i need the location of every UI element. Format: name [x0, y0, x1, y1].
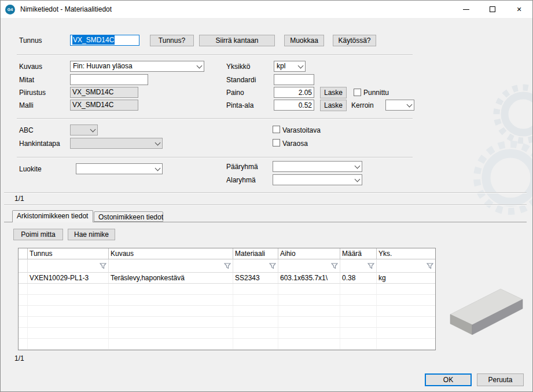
tunnus-query-button[interactable]: Tunnus? — [150, 35, 194, 46]
laske-paino-button[interactable]: Laske — [320, 87, 347, 98]
cell-aihio: 603.1x635.7x1\ — [278, 273, 340, 283]
alaryhma-value — [275, 175, 351, 184]
table-cell — [19, 259, 28, 272]
table-row-empty — [19, 306, 435, 317]
paino-label: Paino — [226, 89, 244, 97]
gears-watermark — [461, 80, 533, 217]
tab-arkistonimikkeen-tiedot[interactable]: Arkistonimikkeen tiedot — [12, 210, 93, 222]
filter-icon[interactable] — [224, 263, 231, 269]
separator — [4, 192, 527, 193]
table-row-empty — [19, 295, 435, 306]
close-button[interactable]: ✕ — [506, 1, 532, 18]
cell-materiaali: SS2343 — [233, 273, 278, 283]
siirra-kantaan-button[interactable]: Siirrä kantaan — [199, 35, 275, 46]
chevron-down-icon — [405, 100, 414, 110]
filter-icon[interactable] — [367, 263, 374, 269]
kerroin-select[interactable] — [385, 100, 414, 111]
alaryhma-label: Alaryhmä — [226, 176, 256, 185]
column-header-yks[interactable]: Yks. — [377, 248, 435, 259]
abc-select[interactable] — [70, 124, 98, 135]
chevron-down-icon — [88, 125, 97, 135]
minimize-icon — [463, 9, 469, 10]
items-table: Tunnus Kuvaus Materiaali Aihio Määrä Yks… — [18, 248, 436, 350]
tab-ostonimikkeen-tiedot[interactable]: Ostonimikkeen tiedot — [94, 211, 163, 222]
table-row-empty — [19, 284, 435, 295]
part-3d-preview — [442, 279, 528, 343]
pintaala-input[interactable] — [274, 100, 314, 111]
kerroin-label: Kerroin — [351, 101, 374, 110]
laske-pintaala-button[interactable]: Laske — [320, 100, 347, 111]
table-cell — [233, 259, 278, 272]
table-cell — [340, 259, 377, 272]
title-bar: G4 Nimiketiedot - Materiaalitiedot ✕ — [1, 1, 532, 18]
yksikko-label: Yksikkö — [226, 63, 250, 71]
paaryhma-label: Pääryhmä — [226, 163, 258, 171]
peruuta-button[interactable]: Peruuta — [477, 373, 524, 386]
column-header-maara[interactable]: Määrä — [340, 248, 377, 259]
punnittu-label: Punnittu — [363, 89, 389, 97]
mitat-input[interactable] — [70, 74, 148, 85]
separator — [17, 118, 413, 119]
luokite-label: Luokite — [19, 165, 42, 174]
paaryhma-select[interactable] — [273, 161, 362, 172]
punnittu-checkbox[interactable] — [354, 89, 361, 96]
varastoitava-label: Varastoitava — [282, 126, 321, 135]
alaryhma-select[interactable] — [273, 174, 362, 185]
window-title: Nimiketiedot - Materiaalitiedot — [20, 5, 112, 13]
chevron-down-icon — [153, 138, 162, 148]
table-row-empty — [19, 328, 435, 339]
table-cell — [19, 273, 28, 283]
varaosa-checkbox[interactable] — [273, 139, 280, 146]
separator — [17, 157, 413, 157]
column-header-kuvaus[interactable]: Kuvaus — [109, 248, 233, 259]
kaytossa-button[interactable]: Käytössä? — [333, 35, 376, 46]
varastoitava-checkbox[interactable] — [273, 126, 280, 133]
tunnus-value: VX_SMD14C — [72, 35, 115, 45]
yksikko-select[interactable]: kpl — [274, 61, 306, 72]
table-filter-row — [19, 259, 435, 273]
muokkaa-button[interactable]: Muokkaa — [284, 35, 324, 46]
tunnus-input[interactable]: VX_SMD14C — [70, 35, 139, 46]
tunnus-label: Tunnus — [19, 36, 42, 45]
kuvaus-label: Kuvaus — [19, 63, 42, 71]
filter-icon[interactable] — [427, 263, 433, 269]
hae-nimike-button[interactable]: Hae nimike — [68, 229, 115, 240]
piirustus-label: Piirustus — [19, 89, 46, 97]
close-icon: ✕ — [516, 6, 521, 13]
varaosa-label: Varaosa — [282, 140, 308, 148]
paaryhma-value — [275, 162, 351, 171]
table-row-empty — [19, 339, 435, 350]
ok-button[interactable]: OK — [425, 373, 472, 386]
kuvaus-value: Fin: Huuvan yläosa — [73, 62, 193, 71]
abc-label: ABC — [19, 126, 34, 135]
minimize-button[interactable] — [453, 1, 479, 18]
separator — [17, 54, 413, 55]
chevron-down-icon — [296, 61, 305, 71]
column-header-tunnus[interactable]: Tunnus — [28, 248, 109, 259]
filter-icon[interactable] — [100, 263, 106, 269]
malli-label: Malli — [19, 101, 34, 110]
hankintatapa-select[interactable] — [70, 138, 163, 149]
standardi-input[interactable] — [274, 74, 314, 85]
table-cell — [19, 248, 28, 259]
filter-icon[interactable] — [269, 263, 276, 269]
dialog-window: G4 Nimiketiedot - Materiaalitiedot ✕ Tun… — [0, 0, 533, 392]
chevron-down-icon — [194, 61, 204, 71]
table-cell — [377, 259, 435, 272]
mitat-label: Mitat — [19, 76, 34, 85]
luokite-value — [79, 164, 152, 173]
poimi-mitta-button[interactable]: Poimi mitta — [13, 229, 63, 240]
kuvaus-select[interactable]: Fin: Huuvan yläosa — [70, 61, 204, 72]
luokite-select[interactable] — [76, 163, 163, 174]
table-cell — [109, 259, 233, 272]
chevron-down-icon — [352, 162, 362, 171]
table-row[interactable]: VXEN10029-PL1-3 Teräslevy,haponkestävä S… — [19, 273, 435, 284]
malli-field: VX_SMD14C — [70, 100, 138, 111]
pintaala-label: Pinta-ala — [226, 101, 253, 110]
column-header-materiaali[interactable]: Materiaali — [233, 248, 278, 259]
column-header-aihio[interactable]: Aihio — [278, 248, 340, 259]
filter-icon[interactable] — [331, 263, 338, 269]
table-cell — [28, 259, 109, 272]
maximize-button[interactable] — [479, 1, 506, 18]
paino-input[interactable] — [274, 87, 314, 98]
